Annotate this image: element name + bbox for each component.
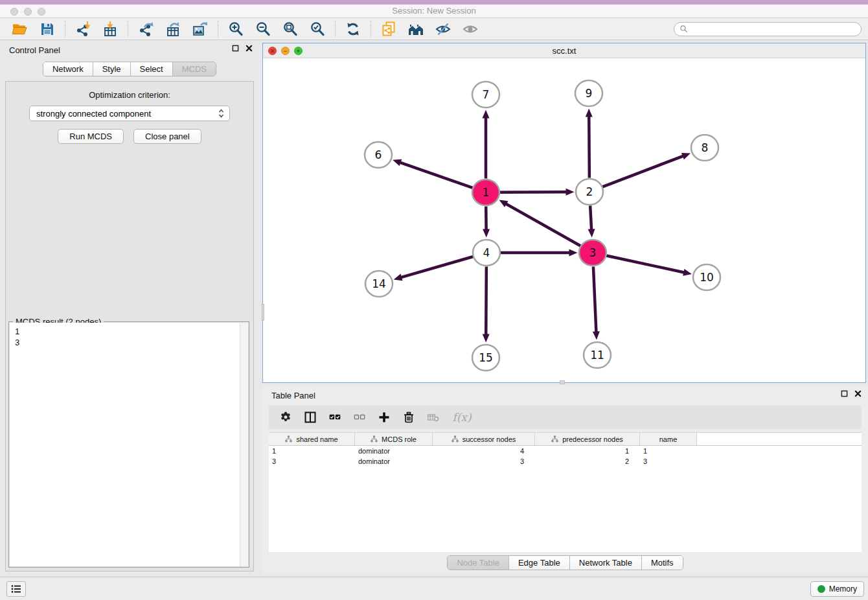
edge-arrowhead [483, 229, 490, 237]
result-node-id: 1 [15, 326, 248, 337]
float-panel-icon[interactable] [232, 45, 239, 52]
toolbar-separator [128, 21, 128, 38]
zoom-in-icon[interactable] [227, 20, 245, 38]
node-label-2: 2 [586, 185, 593, 198]
column-header-shared-name[interactable]: shared name [269, 433, 355, 445]
bottom-splitter-handle[interactable] [560, 380, 565, 384]
tab-motifs[interactable]: Motifs [642, 556, 683, 570]
result-scrollbar[interactable] [240, 323, 248, 566]
tab-select[interactable]: Select [131, 62, 173, 76]
node-table: shared nameMCDS rolesuccessor nodesprede… [269, 432, 862, 552]
save-icon[interactable] [38, 20, 56, 38]
add-icon[interactable] [376, 410, 392, 425]
memory-button[interactable]: Memory [810, 581, 864, 597]
run-mcds-button[interactable]: Run MCDS [58, 129, 124, 144]
left-splitter-handle[interactable] [262, 304, 264, 321]
cell-predecessor-nodes: 2 [535, 457, 640, 465]
cell-name: 3 [640, 457, 697, 465]
toolbar-separator [65, 21, 65, 38]
select-all-icon[interactable] [327, 410, 343, 425]
edge-arrowhead [483, 334, 490, 342]
table-panel-tabs: Node TableEdge TableNetwork TableMotifs [447, 555, 683, 570]
window-titlebar: Session: New Session [0, 0, 868, 18]
edge-1-6[interactable] [400, 162, 473, 188]
table-row[interactable]: 3dominator323 [269, 456, 862, 467]
tree-icon [551, 435, 558, 443]
tree-icon [451, 435, 459, 443]
toolbar-separator [218, 21, 218, 38]
export-network-icon[interactable] [137, 20, 155, 38]
control-panel-title: Control Panel [9, 45, 60, 55]
node-label-3: 3 [589, 246, 597, 259]
clone-network-icon[interactable] [380, 20, 398, 38]
zoom-selected-icon[interactable] [308, 20, 326, 38]
task-history-button[interactable] [6, 581, 26, 597]
control-panel-tabs: NetworkStyleSelectMCDS [43, 62, 216, 76]
optimization-criterion-dropdown[interactable]: strongly connected component [29, 106, 230, 121]
deselect-all-icon[interactable] [352, 410, 367, 425]
edge-arrowhead [681, 153, 691, 159]
open-icon[interactable] [11, 20, 29, 38]
export-image-icon[interactable] [191, 20, 209, 38]
tab-network[interactable]: Network [43, 62, 93, 76]
zoom-out-icon[interactable] [254, 20, 272, 38]
edge-4-15[interactable] [486, 266, 486, 335]
list-icon [11, 584, 21, 594]
close-table-panel-icon[interactable] [854, 390, 862, 397]
tab-node-table[interactable]: Node Table [448, 556, 509, 570]
close-panel-button[interactable]: Close panel [133, 129, 201, 144]
edge-arrowhead [588, 229, 595, 237]
close-panel-icon[interactable] [246, 45, 253, 52]
node-label-1: 1 [483, 186, 490, 199]
column-header-predecessor-nodes[interactable]: predecessor nodes [535, 433, 640, 445]
tab-edge-table[interactable]: Edge Table [509, 556, 570, 570]
export-table-icon[interactable] [164, 20, 182, 38]
column-header-MCDS-role[interactable]: MCDS role [355, 433, 433, 445]
delete-icon[interactable] [401, 410, 417, 425]
show-all-icon[interactable] [461, 20, 479, 38]
node-label-8: 8 [702, 141, 709, 154]
memory-label: Memory [829, 584, 857, 594]
edge-2-3[interactable] [590, 205, 591, 230]
float-table-panel-icon[interactable] [841, 390, 848, 397]
first-neighbors-icon[interactable] [407, 20, 425, 38]
edge-1-2[interactable] [499, 192, 567, 192]
node-label-6: 6 [375, 148, 382, 161]
columns-icon[interactable] [303, 410, 318, 425]
search-box[interactable] [674, 22, 862, 36]
cell-MCDS-role: dominator [355, 457, 433, 465]
network-window-titlebar: ✕ − + scc.txt [263, 43, 865, 58]
import-network-icon[interactable] [74, 20, 92, 38]
tab-mcds[interactable]: MCDS [173, 62, 216, 76]
edge-3-10[interactable] [606, 256, 685, 273]
column-header-name[interactable]: name [640, 433, 697, 445]
column-header-successor-nodes[interactable]: successor nodes [433, 433, 535, 445]
import-table-icon[interactable] [101, 20, 119, 38]
search-input[interactable] [691, 25, 856, 34]
edge-arrowhead [586, 108, 593, 117]
cell-shared-name: 3 [269, 457, 355, 465]
main-toolbar [0, 18, 868, 40]
table-body: 1dominator4113dominator323 [269, 446, 862, 467]
table-header-row: shared nameMCDS rolesuccessor nodesprede… [269, 433, 862, 446]
dropdown-selected-value: strongly connected component [36, 109, 218, 119]
zoom-fit-icon[interactable] [281, 20, 299, 38]
dropdown-chevrons-icon [218, 109, 224, 118]
edge-3-11[interactable] [593, 266, 597, 332]
edge-arrowhead [683, 269, 692, 276]
application-window: Session: New Session Control Panel Netwo… [0, 0, 868, 600]
network-canvas[interactable]: 7968124314101511 [263, 58, 865, 382]
edge-3-1[interactable] [505, 203, 580, 246]
gear-icon[interactable] [278, 410, 293, 425]
mcds-tab-content: Optimization criterion: strongly connect… [5, 81, 254, 571]
tab-network-table[interactable]: Network Table [570, 556, 642, 570]
edge-4-14[interactable] [400, 257, 473, 277]
table-row[interactable]: 1dominator411 [269, 446, 862, 456]
cell-shared-name: 1 [269, 447, 355, 455]
mcds-result-list[interactable]: 13 [10, 323, 248, 566]
edge-2-8[interactable] [602, 156, 684, 187]
tab-style[interactable]: Style [93, 62, 131, 76]
refresh-icon[interactable] [344, 20, 362, 38]
hide-selected-icon[interactable] [434, 20, 452, 38]
edge-2-9[interactable] [589, 115, 589, 178]
